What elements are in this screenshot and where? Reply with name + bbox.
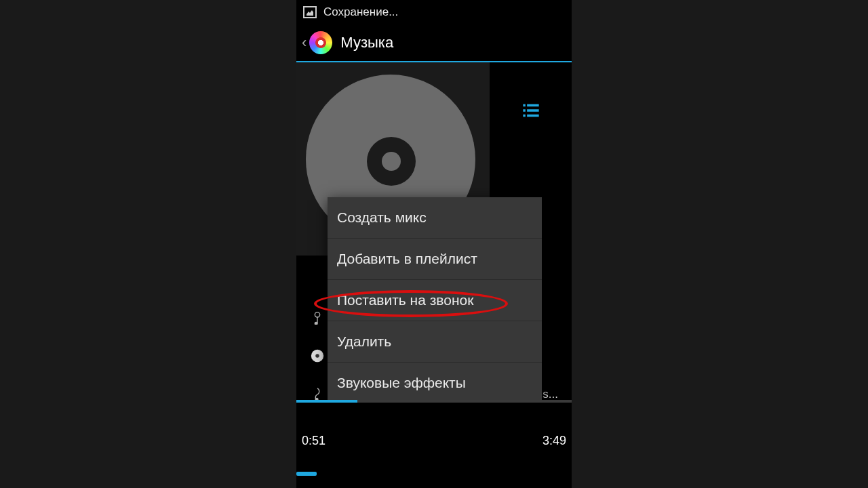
list-view-icon (521, 101, 540, 120)
svg-rect-5 (527, 115, 539, 117)
menu-item-label: Добавить в плейлист (337, 251, 477, 267)
clef-icon (310, 310, 325, 325)
back-icon[interactable]: ‹ (302, 34, 307, 52)
status-saving-text: Сохранение... (323, 5, 398, 19)
svg-point-6 (315, 312, 319, 317)
svg-rect-4 (523, 115, 526, 117)
svg-point-9 (315, 354, 319, 358)
menu-delete[interactable]: Удалить (328, 321, 542, 363)
player-footer: 0:51 3:49 (296, 400, 572, 488)
stage: Сохранение... ‹ Музыка (0, 0, 868, 488)
time-current: 0:51 (302, 434, 326, 448)
time-total: 3:49 (542, 434, 566, 448)
menu-item-label: Удалить (337, 333, 391, 350)
svg-point-7 (315, 322, 317, 325)
svg-rect-0 (523, 104, 526, 107)
menu-sound-effects[interactable]: Звуковые эффекты (328, 363, 542, 404)
svg-rect-1 (527, 104, 539, 107)
menu-item-label: Звуковые эффекты (337, 375, 466, 391)
image-save-icon (303, 6, 317, 18)
app-bar: ‹ Музыка (296, 24, 572, 62)
menu-add-to-playlist[interactable]: Добавить в плейлист (328, 239, 542, 280)
svg-rect-2 (523, 110, 526, 113)
menu-create-mix[interactable]: Создать микс (328, 197, 542, 239)
progress-fill (296, 400, 357, 403)
mini-accent-bar (296, 472, 317, 476)
status-bar: Сохранение... (296, 0, 572, 24)
svg-rect-3 (527, 110, 539, 113)
menu-item-label: Поставить на звонок (337, 292, 473, 308)
menu-item-label: Создать микс (337, 209, 427, 226)
disc-small-icon (310, 348, 325, 363)
time-row: 0:51 3:49 (296, 434, 572, 448)
phone-frame: Сохранение... ‹ Музыка (296, 0, 572, 488)
app-icon (309, 31, 332, 54)
list-view-button[interactable] (490, 62, 572, 159)
app-title: Музыка (340, 34, 393, 52)
menu-set-as-ringtone[interactable]: Поставить на звонок (328, 280, 542, 321)
